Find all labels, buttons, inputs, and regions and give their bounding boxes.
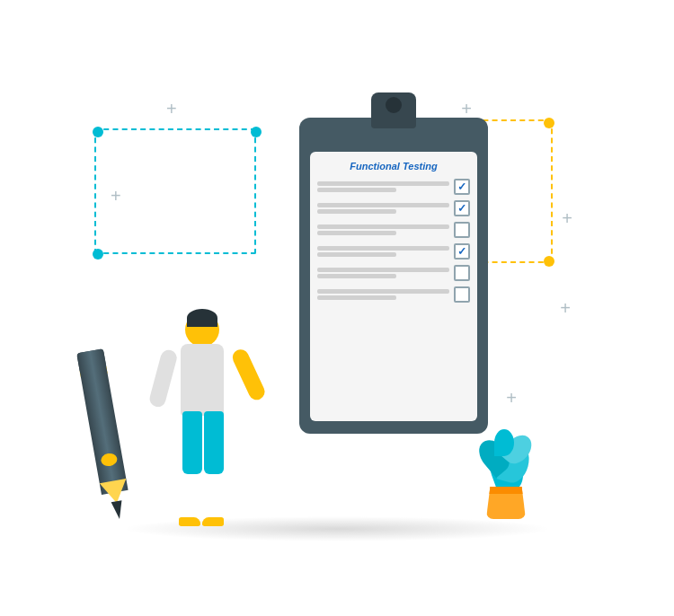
check-line	[317, 224, 449, 229]
check-lines-6	[317, 289, 449, 300]
pencil-body	[76, 348, 128, 495]
checkbox-5	[454, 265, 470, 281]
check-row-1: ✓	[317, 179, 470, 195]
plant	[486, 487, 526, 519]
plus-1: +	[166, 100, 177, 118]
person-pants-left	[182, 411, 202, 474]
pencil-point	[111, 500, 125, 520]
check-lines-4	[317, 246, 449, 257]
clipboard: Functional Testing ✓	[299, 92, 488, 434]
plant-pot	[486, 487, 526, 519]
dot-yellow-1	[544, 118, 554, 128]
dot-teal-1	[93, 127, 103, 137]
plus-3: +	[111, 187, 121, 205]
clipboard-clip	[371, 92, 416, 128]
check-line-short	[317, 231, 396, 235]
dot-teal-2	[251, 127, 262, 137]
person-arm-right	[230, 347, 268, 402]
check-line	[317, 268, 449, 272]
check-line	[317, 246, 449, 251]
check-row-4: ✓	[317, 243, 470, 260]
clipboard-title: Functional Testing	[317, 161, 470, 172]
check-row-2: ✓	[317, 200, 470, 216]
person-pants-right	[204, 411, 224, 474]
checkbox-1: ✓	[454, 179, 470, 195]
person	[157, 312, 247, 519]
pencil	[74, 348, 135, 522]
check-lines-3	[317, 224, 449, 235]
check-line	[317, 181, 449, 186]
person-shoe-right	[202, 517, 224, 526]
check-row-5	[317, 265, 470, 281]
check-lines-1	[317, 181, 449, 192]
clipboard-paper: Functional Testing ✓	[310, 152, 477, 421]
person-shoe-left	[179, 517, 200, 526]
checkbox-3	[454, 222, 470, 238]
check-row-3	[317, 222, 470, 238]
check-lines-2	[317, 203, 449, 214]
checkbox-6	[454, 286, 470, 303]
check-line	[317, 203, 449, 207]
check-row-6	[317, 286, 470, 303]
check-line-short	[317, 209, 396, 214]
main-scene: + + + + + + Functional Testing ✓	[67, 48, 607, 568]
checkmark-2: ✓	[457, 203, 466, 214]
leaf-5	[494, 429, 514, 456]
dot-teal-3	[93, 249, 103, 260]
check-line-short	[317, 274, 396, 278]
person-arm-left	[147, 348, 178, 409]
checkmark-4: ✓	[457, 246, 466, 257]
checkmark-1: ✓	[457, 181, 466, 192]
check-line-short	[317, 188, 396, 192]
plus-5: +	[506, 389, 517, 407]
check-line-short	[317, 295, 396, 300]
plant-leaves	[474, 420, 537, 492]
person-body	[181, 344, 224, 416]
check-lines-5	[317, 268, 449, 278]
dot-yellow-2	[544, 256, 554, 267]
clipboard-body: Functional Testing ✓	[299, 118, 488, 434]
check-line-short	[317, 252, 396, 257]
check-line	[317, 289, 449, 294]
checkbox-2: ✓	[454, 200, 470, 216]
plus-6: +	[562, 209, 572, 227]
checkbox-4: ✓	[454, 243, 470, 260]
person-hair	[187, 309, 217, 327]
plus-4: +	[560, 299, 571, 317]
